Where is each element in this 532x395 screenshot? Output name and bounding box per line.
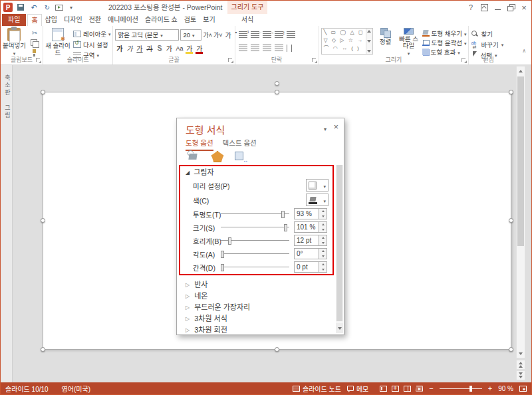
spin-down-icon[interactable] [322, 229, 325, 231]
shape-fill-button[interactable]: 도형 채우기 [422, 29, 467, 37]
tab-file[interactable]: 파일 [2, 14, 26, 26]
distance-slider[interactable] [221, 267, 289, 268]
shadow-color-dropdown[interactable] [306, 194, 329, 206]
font-name-combo[interactable]: 맑은 고딕 (본문 [115, 29, 179, 41]
section-reflection[interactable]: 반사 [177, 278, 336, 289]
angle-spinner[interactable] [319, 248, 327, 259]
spin-down-icon[interactable] [322, 255, 325, 257]
section-3d-format[interactable]: 3차원 서식 [177, 312, 336, 323]
blur-slider[interactable] [221, 240, 289, 241]
selection-handle-w[interactable] [41, 218, 45, 223]
start-slideshow-icon[interactable] [55, 5, 63, 11]
transparency-spinner[interactable] [319, 208, 327, 219]
slider-thumb[interactable] [221, 264, 224, 271]
spin-up-icon[interactable] [322, 223, 325, 225]
tab-slideshow[interactable]: 슬라이드 쇼 [142, 14, 181, 26]
distance-value[interactable]: 0 pt [294, 261, 319, 273]
slider-thumb[interactable] [284, 224, 287, 231]
slider-thumb[interactable] [221, 251, 224, 258]
angle-slider[interactable] [221, 253, 289, 255]
help-icon[interactable] [464, 1, 477, 14]
language-indicator[interactable]: 영어(미국) [62, 384, 90, 394]
section-3d-rotation[interactable]: 3차원 회전 [177, 323, 336, 334]
reset-button[interactable]: 다시 설정 [73, 40, 110, 49]
selection-handle-nw[interactable] [41, 90, 45, 94]
repeat-icon[interactable] [42, 2, 53, 13]
save-icon[interactable] [15, 2, 26, 13]
scroll-down-icon[interactable] [517, 349, 525, 358]
tab-home[interactable]: 홈 [27, 14, 41, 26]
selection-handle-se[interactable] [509, 347, 513, 352]
zoom-slider-thumb[interactable] [469, 386, 472, 392]
slider-thumb[interactable] [228, 237, 231, 245]
new-slide-button[interactable]: 새 슬라이드 [45, 28, 70, 57]
columns-icon[interactable] [287, 45, 295, 52]
gallery-scrollbar[interactable] [366, 29, 372, 54]
font-color-icon[interactable] [195, 43, 203, 53]
pane-options-icon[interactable] [324, 124, 327, 132]
justify-icon[interactable] [275, 45, 283, 52]
tab-text-options[interactable]: 텍스트 옵션 [223, 138, 257, 151]
notes-button[interactable]: 슬라이드 노트 [293, 384, 341, 394]
zoom-level[interactable]: 90 % [498, 385, 513, 392]
pane-scrollbar[interactable] [336, 165, 343, 333]
undo-icon[interactable] [29, 2, 39, 13]
tab-animations[interactable]: 애니메이션 [104, 14, 142, 26]
normal-view-icon[interactable] [380, 386, 387, 392]
spin-up-icon[interactable] [322, 237, 325, 239]
arrange-button[interactable]: 정렬 [376, 28, 396, 57]
strikethrough-icon[interactable] [145, 43, 154, 53]
selection-handle-sw[interactable] [41, 347, 45, 352]
scrollbar-track[interactable] [517, 75, 525, 349]
clear-formatting-icon[interactable] [224, 30, 233, 40]
effects-icon[interactable] [209, 150, 224, 162]
collapsed-thumbnail-pane[interactable]: 축소판 그림 [1, 65, 13, 382]
scrollbar-thumb[interactable] [517, 76, 524, 246]
scroll-up-icon[interactable] [517, 66, 525, 75]
change-case-icon[interactable] [175, 45, 184, 52]
fill-line-icon[interactable] [186, 150, 201, 162]
canvas-scrollbar[interactable] [516, 66, 525, 358]
highlight-color-icon[interactable] [185, 43, 194, 53]
italic-icon[interactable] [125, 43, 134, 53]
gallery-down-icon[interactable] [367, 40, 371, 43]
paragraph-dialog-launcher-icon[interactable] [312, 58, 317, 63]
selection-handle-e[interactable] [509, 218, 513, 223]
bold-icon[interactable] [115, 43, 124, 53]
shadow-section-header[interactable]: 그림자 [177, 165, 336, 178]
spin-up-icon[interactable] [322, 263, 325, 265]
pane-scroll-thumb[interactable] [336, 165, 342, 321]
presets-dropdown[interactable] [306, 179, 329, 192]
slideshow-view-icon[interactable] [416, 386, 423, 392]
tab-transitions[interactable]: 전환 [86, 14, 104, 26]
selection-handle-s[interactable] [275, 347, 279, 352]
transparency-slider[interactable] [221, 213, 289, 215]
size-slider[interactable] [221, 227, 289, 228]
transparency-value[interactable]: 93 % [294, 208, 319, 219]
font-dialog-launcher-icon[interactable] [228, 58, 233, 63]
grow-font-icon[interactable] [203, 31, 212, 39]
zoom-slider[interactable] [440, 388, 482, 389]
rotate-handle[interactable] [275, 81, 279, 86]
distance-spinner[interactable] [319, 261, 327, 273]
selection-handle-ne[interactable] [509, 90, 513, 94]
fit-to-window-icon[interactable] [519, 386, 527, 392]
shrink-font-icon[interactable] [213, 31, 223, 39]
character-spacing-icon[interactable] [165, 43, 174, 53]
zoom-in-icon[interactable] [488, 384, 492, 392]
zoom-out-icon[interactable] [429, 384, 433, 392]
selection-handle-n[interactable] [275, 90, 279, 94]
slider-thumb[interactable] [281, 211, 285, 218]
text-shadow-icon[interactable] [155, 45, 164, 52]
reading-view-icon[interactable] [404, 386, 411, 392]
layout-button[interactable]: 레이아웃 [73, 29, 110, 38]
spin-up-icon[interactable] [322, 250, 325, 252]
previous-slide-button[interactable] [516, 360, 525, 370]
paste-button[interactable]: 붙여넣기 [3, 28, 26, 57]
ribbon-display-options-icon[interactable] [477, 1, 491, 14]
tab-insert[interactable]: 삽입 [42, 14, 61, 26]
size-spinner[interactable] [319, 221, 327, 233]
close-icon[interactable] [517, 1, 531, 14]
replace-button[interactable]: 바꾸기 [471, 40, 505, 49]
align-right-icon[interactable] [263, 45, 271, 52]
